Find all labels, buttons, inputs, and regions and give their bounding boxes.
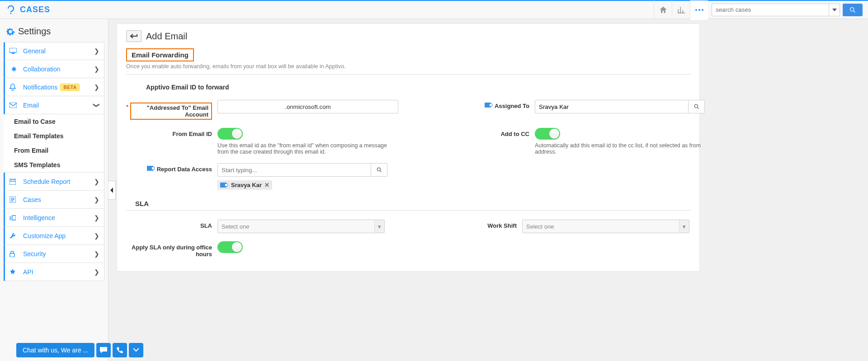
svg-rect-8 xyxy=(9,179,16,185)
svg-rect-10 xyxy=(10,253,14,257)
from-email-label: From Email ID xyxy=(173,131,212,137)
select-placeholder: Select one xyxy=(526,223,554,230)
add-to-cc-help: Automatically add this email id to the c… xyxy=(535,142,705,155)
sidebar-item-label: Collaboration xyxy=(23,66,61,73)
collapse-handle[interactable] xyxy=(108,181,116,200)
back-button[interactable] xyxy=(126,30,142,42)
more-icon[interactable] xyxy=(690,0,708,20)
sla-label: SLA xyxy=(200,222,212,229)
svg-point-0 xyxy=(10,13,12,14)
chevron-right-icon: ❯ xyxy=(94,84,99,91)
collab-icon: ✱ xyxy=(9,66,19,73)
assigned-to-search-button[interactable] xyxy=(689,100,705,113)
beta-badge: BETA xyxy=(60,84,80,91)
chat-button[interactable]: Chat with us, We are ... xyxy=(16,343,94,357)
sidebar-item-intelligence[interactable]: Intelligence ❯ xyxy=(4,209,104,227)
sidebar-item-collaboration[interactable]: ✱ Collaboration ❯ xyxy=(4,60,104,78)
apply-sla-label: Apply SLA only during office hours xyxy=(126,244,212,258)
svg-rect-6 xyxy=(12,53,14,54)
addressed-to-label: "Addressed To" Email Account xyxy=(130,103,212,120)
lock-icon xyxy=(9,251,19,257)
card-icon xyxy=(220,183,226,188)
email-subnav: Email to Case Email Templates From Email… xyxy=(4,114,104,173)
sidebar-item-notifications[interactable]: Notifications BETA ❯ xyxy=(4,78,104,96)
svg-rect-5 xyxy=(9,48,17,52)
sidebar-item-cases[interactable]: Cases ❯ xyxy=(4,191,104,209)
assigned-to-label: Assigned To xyxy=(495,103,529,109)
apply-sla-toggle[interactable] xyxy=(217,241,243,253)
sidebar-item-label: Customize App xyxy=(23,232,66,239)
assigned-to-input[interactable] xyxy=(535,100,689,113)
section-subtitle: Once you enable auto forwarding, emails … xyxy=(126,63,690,70)
chip-label: Sravya Kar xyxy=(231,182,262,188)
chip-remove-icon[interactable]: ✕ xyxy=(264,182,269,188)
subnav-email-to-case[interactable]: Email to Case xyxy=(5,114,104,129)
report-data-label: Report Data Access xyxy=(157,166,212,173)
sidebar-item-customize-app[interactable]: Customize App ❯ xyxy=(4,227,104,245)
chevron-right-icon: ❯ xyxy=(94,214,99,221)
search-input[interactable] xyxy=(712,4,829,16)
chevron-right-icon: ❯ xyxy=(94,66,99,73)
brand-title: CASES xyxy=(20,5,50,14)
select-placeholder: Select one xyxy=(222,223,249,230)
envelope-icon xyxy=(9,103,19,108)
svg-point-1 xyxy=(695,9,697,11)
page-title: Add Email xyxy=(146,31,187,42)
section-highlight: Email Forwarding xyxy=(126,48,194,61)
main-content: Add Email Email Forwarding Once you enab… xyxy=(108,19,868,361)
sidebar-item-label: Security xyxy=(23,250,46,258)
sidebar-item-security[interactable]: Security ❯ xyxy=(4,245,104,263)
sidebar-item-label: Intelligence xyxy=(23,214,55,221)
sidebar-item-label: General xyxy=(23,47,46,55)
chat-message-icon[interactable] xyxy=(96,343,111,357)
intelligence-icon xyxy=(9,215,19,221)
home-icon[interactable] xyxy=(654,0,672,19)
report-data-input[interactable] xyxy=(217,163,371,177)
logo: CASES xyxy=(5,5,50,15)
sidebar-item-general[interactable]: General ❯ xyxy=(4,42,104,60)
caret-down-icon: ▾ xyxy=(374,220,384,233)
api-icon xyxy=(9,269,19,275)
search-dropdown[interactable] xyxy=(829,4,840,16)
card-icon xyxy=(485,103,491,108)
chat-text: Chat with us, We are ... xyxy=(23,347,88,354)
add-to-cc-toggle[interactable] xyxy=(535,128,560,140)
sidebar-item-api[interactable]: API ❯ xyxy=(4,263,104,281)
required-asterisk: * xyxy=(126,103,128,110)
chat-collapse-icon[interactable] xyxy=(129,343,143,357)
gear-icon xyxy=(5,27,15,37)
bell-icon xyxy=(9,84,19,91)
add-to-cc-label: Add to CC xyxy=(500,131,529,137)
work-shift-select[interactable]: Select one ▾ xyxy=(522,220,689,233)
from-email-help: Use this email id as the "from email id"… xyxy=(217,142,398,155)
chevron-right-icon: ❯ xyxy=(94,250,99,258)
sidebar-item-label: Email xyxy=(23,102,39,109)
subnav-email-templates[interactable]: Email Templates xyxy=(5,129,104,143)
sidebar-title: Settings xyxy=(18,26,51,37)
svg-point-2 xyxy=(698,9,700,11)
sla-select[interactable]: Select one ▾ xyxy=(217,220,385,233)
chart-icon[interactable] xyxy=(672,0,690,19)
section-title: Email Forwarding xyxy=(132,51,189,59)
chat-phone-icon[interactable] xyxy=(113,343,127,357)
caret-down-icon: ▾ xyxy=(679,220,689,233)
wrench-icon xyxy=(9,233,19,239)
from-email-toggle[interactable] xyxy=(217,128,243,140)
sidebar-item-schedule-report[interactable]: Schedule Report ❯ xyxy=(4,173,104,191)
svg-point-11 xyxy=(694,104,698,108)
form-section-heading: Apptivo Email ID to forward xyxy=(146,84,690,91)
monitor-icon xyxy=(9,48,19,54)
report-data-search-button[interactable] xyxy=(371,163,387,177)
sidebar-item-email[interactable]: Email ❯ xyxy=(4,96,104,114)
subnav-from-email[interactable]: From Email xyxy=(5,143,104,158)
addressed-to-input[interactable] xyxy=(217,100,398,113)
calendar-icon xyxy=(9,178,19,185)
svg-point-3 xyxy=(702,9,703,11)
subnav-sms-templates[interactable]: SMS Templates xyxy=(5,158,104,172)
chevron-right-icon: ❯ xyxy=(94,178,99,185)
chevron-right-icon: ❯ xyxy=(94,47,99,55)
cases-icon xyxy=(9,197,19,203)
search-button[interactable] xyxy=(843,4,863,16)
sla-heading: SLA xyxy=(135,200,690,207)
sidebar-item-label: Notifications xyxy=(23,84,57,91)
